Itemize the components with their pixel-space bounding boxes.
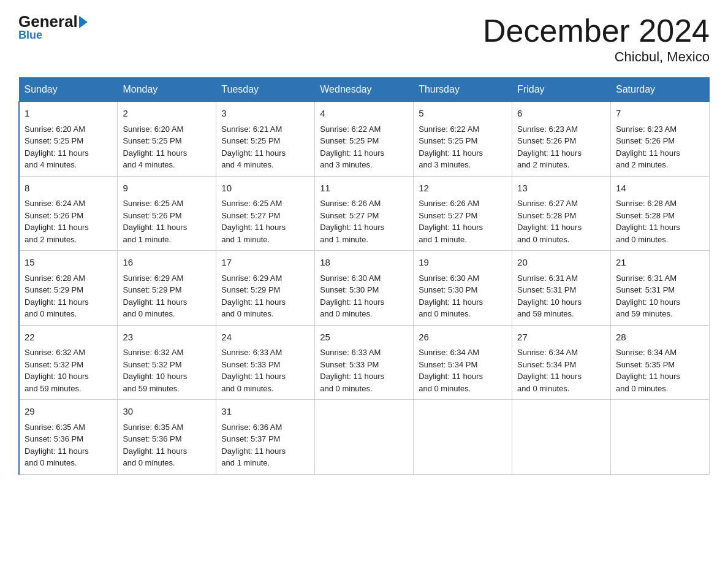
day-number: 9 (123, 182, 211, 196)
calendar-cell: 20Sunrise: 6:31 AM Sunset: 5:31 PM Dayli… (512, 251, 611, 326)
day-info: Sunrise: 6:30 AM Sunset: 5:30 PM Dayligh… (419, 272, 507, 320)
day-info: Sunrise: 6:21 AM Sunset: 5:25 PM Dayligh… (221, 123, 309, 171)
day-number: 3 (221, 107, 309, 121)
calendar-cell: 13Sunrise: 6:27 AM Sunset: 5:28 PM Dayli… (512, 176, 611, 251)
calendar-cell: 6Sunrise: 6:23 AM Sunset: 5:26 PM Daylig… (512, 102, 611, 177)
calendar-cell: 8Sunrise: 6:24 AM Sunset: 5:26 PM Daylig… (19, 176, 118, 251)
day-number: 7 (616, 107, 704, 121)
day-number: 24 (221, 331, 309, 345)
day-number: 14 (616, 182, 704, 196)
calendar-cell: 1Sunrise: 6:20 AM Sunset: 5:25 PM Daylig… (19, 102, 118, 177)
calendar-cell: 10Sunrise: 6:25 AM Sunset: 5:27 PM Dayli… (216, 176, 315, 251)
day-info: Sunrise: 6:31 AM Sunset: 5:31 PM Dayligh… (517, 272, 605, 320)
day-number: 6 (517, 107, 605, 121)
day-info: Sunrise: 6:25 AM Sunset: 5:26 PM Dayligh… (123, 197, 211, 245)
calendar-cell: 5Sunrise: 6:22 AM Sunset: 5:25 PM Daylig… (414, 102, 512, 177)
calendar-cell: 15Sunrise: 6:28 AM Sunset: 5:29 PM Dayli… (19, 251, 118, 326)
calendar-cell: 7Sunrise: 6:23 AM Sunset: 5:26 PM Daylig… (611, 102, 710, 177)
day-info: Sunrise: 6:20 AM Sunset: 5:25 PM Dayligh… (123, 123, 211, 171)
calendar-cell: 21Sunrise: 6:31 AM Sunset: 5:31 PM Dayli… (611, 251, 710, 326)
calendar-week-row: 22Sunrise: 6:32 AM Sunset: 5:32 PM Dayli… (19, 325, 710, 400)
day-info: Sunrise: 6:29 AM Sunset: 5:29 PM Dayligh… (221, 272, 309, 320)
day-info: Sunrise: 6:26 AM Sunset: 5:27 PM Dayligh… (320, 197, 408, 245)
day-number: 19 (419, 256, 507, 270)
day-info: Sunrise: 6:34 AM Sunset: 5:35 PM Dayligh… (616, 347, 704, 394)
day-number: 4 (320, 107, 408, 121)
calendar-cell (315, 400, 414, 475)
day-number: 15 (25, 256, 112, 270)
calendar-cell: 25Sunrise: 6:33 AM Sunset: 5:33 PM Dayli… (315, 325, 414, 400)
day-info: Sunrise: 6:34 AM Sunset: 5:34 PM Dayligh… (419, 347, 507, 394)
day-number: 5 (419, 107, 507, 121)
day-number: 1 (25, 107, 112, 121)
day-info: Sunrise: 6:20 AM Sunset: 5:25 PM Dayligh… (25, 123, 112, 171)
day-number: 17 (221, 256, 309, 270)
day-info: Sunrise: 6:24 AM Sunset: 5:26 PM Dayligh… (25, 197, 112, 245)
calendar-cell: 31Sunrise: 6:36 AM Sunset: 5:37 PM Dayli… (216, 400, 315, 475)
day-number: 22 (25, 331, 112, 345)
calendar-cell (512, 400, 611, 475)
day-number: 30 (123, 405, 211, 419)
header-day-thursday: Thursday (414, 78, 512, 102)
calendar-cell: 12Sunrise: 6:26 AM Sunset: 5:27 PM Dayli… (414, 176, 512, 251)
day-info: Sunrise: 6:27 AM Sunset: 5:28 PM Dayligh… (517, 197, 605, 245)
day-number: 13 (517, 182, 605, 196)
calendar-cell: 4Sunrise: 6:22 AM Sunset: 5:25 PM Daylig… (315, 102, 414, 177)
logo-blue-text: Blue (18, 29, 42, 42)
day-number: 23 (123, 331, 211, 345)
page-header: General Blue December 2024 Chicbul, Mexi… (18, 12, 710, 65)
calendar-cell: 11Sunrise: 6:26 AM Sunset: 5:27 PM Dayli… (315, 176, 414, 251)
calendar-cell: 26Sunrise: 6:34 AM Sunset: 5:34 PM Dayli… (414, 325, 512, 400)
day-info: Sunrise: 6:36 AM Sunset: 5:37 PM Dayligh… (221, 421, 309, 469)
day-number: 20 (517, 256, 605, 270)
calendar-cell: 14Sunrise: 6:28 AM Sunset: 5:28 PM Dayli… (611, 176, 710, 251)
day-number: 16 (123, 256, 211, 270)
calendar-cell: 18Sunrise: 6:30 AM Sunset: 5:30 PM Dayli… (315, 251, 414, 326)
day-number: 21 (616, 256, 704, 270)
calendar-cell: 16Sunrise: 6:29 AM Sunset: 5:29 PM Dayli… (118, 251, 216, 326)
calendar-cell: 9Sunrise: 6:25 AM Sunset: 5:26 PM Daylig… (118, 176, 216, 251)
day-number: 8 (25, 182, 112, 196)
day-number: 31 (221, 405, 309, 419)
header-day-monday: Monday (118, 78, 216, 102)
day-info: Sunrise: 6:35 AM Sunset: 5:36 PM Dayligh… (123, 421, 211, 469)
day-info: Sunrise: 6:31 AM Sunset: 5:31 PM Dayligh… (616, 272, 704, 320)
calendar-cell: 17Sunrise: 6:29 AM Sunset: 5:29 PM Dayli… (216, 251, 315, 326)
day-info: Sunrise: 6:23 AM Sunset: 5:26 PM Dayligh… (616, 123, 704, 171)
day-info: Sunrise: 6:35 AM Sunset: 5:36 PM Dayligh… (25, 421, 112, 469)
title-area: December 2024 Chicbul, Mexico (483, 12, 710, 65)
calendar-cell: 28Sunrise: 6:34 AM Sunset: 5:35 PM Dayli… (611, 325, 710, 400)
day-info: Sunrise: 6:26 AM Sunset: 5:27 PM Dayligh… (419, 197, 507, 245)
day-info: Sunrise: 6:23 AM Sunset: 5:26 PM Dayligh… (517, 123, 605, 171)
calendar-cell: 3Sunrise: 6:21 AM Sunset: 5:25 PM Daylig… (216, 102, 315, 177)
calendar-cell: 23Sunrise: 6:32 AM Sunset: 5:32 PM Dayli… (118, 325, 216, 400)
day-number: 25 (320, 331, 408, 345)
calendar-cell: 24Sunrise: 6:33 AM Sunset: 5:33 PM Dayli… (216, 325, 315, 400)
calendar-week-row: 15Sunrise: 6:28 AM Sunset: 5:29 PM Dayli… (19, 251, 710, 326)
day-number: 29 (25, 405, 112, 419)
calendar-cell: 19Sunrise: 6:30 AM Sunset: 5:30 PM Dayli… (414, 251, 512, 326)
day-info: Sunrise: 6:32 AM Sunset: 5:32 PM Dayligh… (25, 347, 112, 394)
day-info: Sunrise: 6:28 AM Sunset: 5:28 PM Dayligh… (616, 197, 704, 245)
day-number: 18 (320, 256, 408, 270)
day-info: Sunrise: 6:33 AM Sunset: 5:33 PM Dayligh… (221, 347, 309, 394)
calendar-cell (611, 400, 710, 475)
day-number: 11 (320, 182, 408, 196)
day-info: Sunrise: 6:32 AM Sunset: 5:32 PM Dayligh… (123, 347, 211, 394)
day-info: Sunrise: 6:34 AM Sunset: 5:34 PM Dayligh… (517, 347, 605, 394)
calendar-cell: 30Sunrise: 6:35 AM Sunset: 5:36 PM Dayli… (118, 400, 216, 475)
day-info: Sunrise: 6:30 AM Sunset: 5:30 PM Dayligh… (320, 272, 408, 320)
logo: General Blue (18, 12, 89, 42)
day-info: Sunrise: 6:33 AM Sunset: 5:33 PM Dayligh… (320, 347, 408, 394)
day-number: 10 (221, 182, 309, 196)
day-number: 28 (616, 331, 704, 345)
calendar-subtitle: Chicbul, Mexico (483, 49, 710, 65)
calendar-cell: 29Sunrise: 6:35 AM Sunset: 5:36 PM Dayli… (19, 400, 118, 475)
calendar-week-row: 29Sunrise: 6:35 AM Sunset: 5:36 PM Dayli… (19, 400, 710, 475)
calendar-week-row: 8Sunrise: 6:24 AM Sunset: 5:26 PM Daylig… (19, 176, 710, 251)
calendar-cell: 22Sunrise: 6:32 AM Sunset: 5:32 PM Dayli… (19, 325, 118, 400)
day-number: 26 (419, 331, 507, 345)
day-number: 12 (419, 182, 507, 196)
header-day-tuesday: Tuesday (216, 78, 315, 102)
day-info: Sunrise: 6:22 AM Sunset: 5:25 PM Dayligh… (419, 123, 507, 171)
